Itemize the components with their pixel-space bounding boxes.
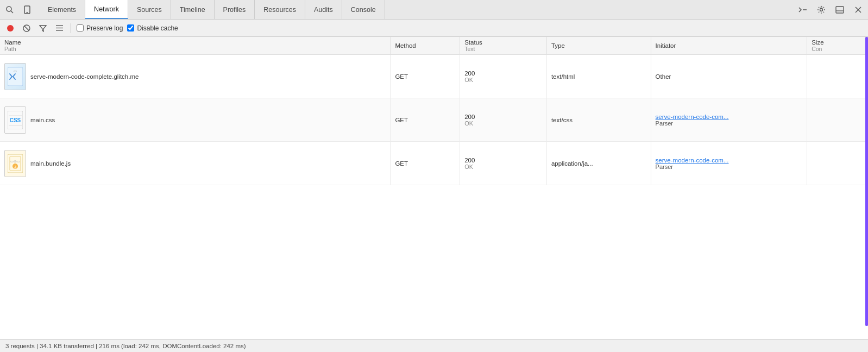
svg-text:▭▭▭: ▭▭▭ xyxy=(10,160,20,163)
tab-network[interactable]: Network xyxy=(85,0,128,19)
network-table-container: Name Path Method Status Text Type Initia xyxy=(0,37,868,339)
row3-method: GET xyxy=(391,142,460,185)
svg-text:▭: ▭ xyxy=(14,70,17,73)
tab-sources[interactable]: Sources xyxy=(128,0,171,19)
disable-cache-label[interactable]: Disable cache xyxy=(127,24,178,32)
row3-name: main.bundle.js xyxy=(30,160,71,167)
close-icon-btn[interactable] xyxy=(851,2,866,17)
list-button[interactable] xyxy=(53,22,65,34)
scrollbar-thumb[interactable] xyxy=(865,37,868,326)
svg-line-1 xyxy=(11,11,13,13)
execute-icon-btn[interactable] xyxy=(795,2,810,17)
table-row[interactable]: ▭ serve-modern-code-complete.glitch.me G… xyxy=(0,55,868,98)
name-cell-2: CSS main.css xyxy=(0,98,391,142)
name-cell-3: ≡ ▭▭▭ J main.bundle.js xyxy=(0,142,391,185)
tab-console[interactable]: Console xyxy=(342,0,385,19)
preserve-log-label[interactable]: Preserve log xyxy=(77,24,123,32)
row2-initiator: serve-modern-code-com... Parser xyxy=(651,98,807,142)
row3-type: application/ja... xyxy=(546,142,651,185)
table-row[interactable]: CSS main.css GET 200 OK xyxy=(0,98,868,142)
nav-tabs: Elements Network Sources Timeline Profil… xyxy=(39,0,385,19)
col-header-name[interactable]: Name Path xyxy=(0,37,391,55)
svg-point-10 xyxy=(7,25,14,32)
device-toggle-btn[interactable] xyxy=(20,2,35,17)
row3-initiator: serve-modern-code-com... Parser xyxy=(651,142,807,185)
name-cell-1: ▭ serve-modern-code-complete.glitch.me xyxy=(0,55,391,98)
dock-icon-btn[interactable] xyxy=(832,2,847,17)
table-row[interactable]: ≡ ▭▭▭ J main.bundle.js GET xyxy=(0,142,868,185)
filter-button[interactable] xyxy=(37,22,49,34)
col-header-initiator[interactable]: Initiator xyxy=(651,37,807,55)
search-icon-btn[interactable] xyxy=(2,2,17,17)
svg-line-12 xyxy=(24,26,29,30)
tab-elements[interactable]: Elements xyxy=(39,0,85,19)
row2-method: GET xyxy=(391,98,460,142)
row1-initiator: Other xyxy=(651,55,807,98)
record-button[interactable] xyxy=(4,22,16,34)
svg-point-0 xyxy=(7,7,11,11)
svg-text:J: J xyxy=(14,165,16,169)
file-icon-html: ▭ xyxy=(4,63,26,90)
row1-size xyxy=(807,55,868,98)
toolbar-divider xyxy=(71,23,71,33)
status-bar-text: 3 requests | 34.1 KB transferred | 216 m… xyxy=(5,343,246,349)
table-header-row: Name Path Method Status Text Type Initia xyxy=(0,37,868,55)
col-header-size[interactable]: Size Con xyxy=(807,37,868,55)
svg-rect-6 xyxy=(836,7,844,13)
row2-name: main.css xyxy=(30,117,55,123)
file-icon-css: CSS xyxy=(4,106,26,134)
tab-resources[interactable]: Resources xyxy=(255,0,305,19)
row2-status: 200 OK xyxy=(460,98,547,142)
stop-button[interactable] xyxy=(21,22,33,34)
preserve-log-checkbox[interactable] xyxy=(77,24,84,32)
settings-icon-btn[interactable] xyxy=(814,2,829,17)
row3-status: 200 OK xyxy=(460,142,547,185)
row3-size xyxy=(807,142,868,185)
tab-timeline[interactable]: Timeline xyxy=(171,0,215,19)
scrollbar-track[interactable] xyxy=(865,37,868,326)
nav-right-icons xyxy=(795,2,866,17)
row1-method: GET xyxy=(391,55,460,98)
row2-type: text/css xyxy=(546,98,651,142)
top-nav: Elements Network Sources Timeline Profil… xyxy=(0,0,868,20)
status-bar: 3 requests | 34.1 KB transferred | 216 m… xyxy=(0,339,868,352)
col-header-status[interactable]: Status Text xyxy=(460,37,547,55)
svg-text:CSS: CSS xyxy=(10,117,21,123)
toolbar: Preserve log Disable cache xyxy=(0,20,868,37)
tab-audits[interactable]: Audits xyxy=(305,0,342,19)
disable-cache-checkbox[interactable] xyxy=(127,24,134,32)
main-content: Preserve log Disable cache Name Path Met… xyxy=(0,20,868,352)
svg-marker-13 xyxy=(40,26,46,32)
network-table: Name Path Method Status Text Type Initia xyxy=(0,37,868,185)
nav-icon-group xyxy=(2,2,35,17)
file-icon-js: ≡ ▭▭▭ J xyxy=(4,150,26,177)
row1-name: serve-modern-code-complete.glitch.me xyxy=(30,73,139,80)
row1-type: text/html xyxy=(546,55,651,98)
row2-size xyxy=(807,98,868,142)
row1-status: 200 OK xyxy=(460,55,547,98)
col-header-type[interactable]: Type xyxy=(546,37,651,55)
preserve-log-text: Preserve log xyxy=(86,24,123,32)
col-header-method[interactable]: Method xyxy=(391,37,460,55)
tab-profiles[interactable]: Profiles xyxy=(215,0,255,19)
disable-cache-text: Disable cache xyxy=(137,24,178,32)
